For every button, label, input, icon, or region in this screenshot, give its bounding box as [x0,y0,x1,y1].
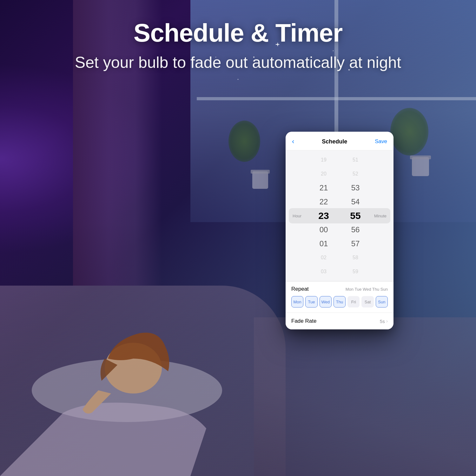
day-sat[interactable]: Sat [361,296,374,307]
fade-rate-label: Fade Rate [291,318,316,324]
header-section: Schedule & Timer Set your bulb to fade o… [0,19,476,72]
save-button[interactable]: Save [375,138,387,145]
repeat-header: Repeat Mon Tue Wed Thu Sun [291,286,388,292]
day-mon[interactable]: Mon [291,296,303,307]
hour-00: 00 [308,225,340,234]
pot-left [248,159,273,190]
time-row-20: 20 52 [286,167,393,181]
plant-left [228,121,260,162]
hour-03: 03 [308,269,340,274]
schedule-card: ‹ Schedule Save 19 51 20 52 21 53 22 [286,132,393,329]
svg-rect-3 [251,170,270,174]
minute-far1: 51 [340,157,371,163]
time-row-far1: 19 51 [286,153,393,167]
fade-rate-section[interactable]: Fade Rate 5s › [286,313,393,329]
minute-55: 55 [340,210,371,221]
page-title: Schedule & Timer [0,19,476,47]
time-row-00: 00 56 [286,223,393,237]
day-fri[interactable]: Fri [347,296,360,307]
sleeping-child-illustration [0,175,286,476]
time-row-01: 01 57 [286,237,393,251]
repeat-section: Repeat Mon Tue Wed Thu Sun Mon Tue Wed T… [286,281,393,313]
day-tue[interactable]: Tue [305,296,317,307]
repeat-days-text: Mon Tue Wed Thu Sun [346,287,388,292]
minute-52: 52 [340,171,371,177]
svg-rect-4 [412,157,429,176]
repeat-label: Repeat [291,286,309,292]
card-header: ‹ Schedule Save [286,132,393,150]
days-row: Mon Tue Wed Thu Fri Sat Sun [291,296,388,307]
minute-56: 56 [340,225,371,234]
minute-57: 57 [340,239,371,248]
time-rows-container: 19 51 20 52 21 53 22 54 Hour [286,153,393,279]
pot-right [406,143,435,178]
hour-01: 01 [308,239,340,248]
blanket-right [254,317,476,476]
hour-22: 22 [308,197,340,206]
fade-rate-number: 5s [380,319,385,324]
chevron-right-icon: › [386,318,388,324]
time-row-03: 03 59 [286,265,393,279]
hour-label: Hour [293,214,301,218]
day-sun[interactable]: Sun [376,296,388,307]
page-subtitle: Set your bulb to fade out automatically … [0,53,476,72]
fade-rate-value: 5s › [380,318,388,324]
minute-label: Minute [374,214,387,218]
minute-53: 53 [340,183,371,192]
svg-rect-2 [252,171,268,189]
card-title: Schedule [322,138,347,145]
hour-23: 23 [308,210,340,221]
minute-58: 58 [340,255,371,261]
back-button[interactable]: ‹ [292,137,294,146]
minute-59: 59 [340,269,371,274]
time-row-selected: Hour 23 55 Minute [286,209,393,223]
day-thu[interactable]: Thu [334,296,346,307]
time-row-02: 02 58 [286,251,393,265]
hour-20: 20 [308,171,340,177]
day-wed[interactable]: Wed [320,296,332,307]
time-row-22: 22 54 [286,195,393,209]
minute-54: 54 [340,197,371,206]
time-picker[interactable]: 19 51 20 52 21 53 22 54 Hour [286,150,393,281]
hour-21: 21 [308,183,340,192]
hour-02: 02 [308,255,340,261]
time-row-21: 21 53 [286,181,393,195]
hour-far1: 19 [308,157,340,163]
svg-rect-5 [410,155,431,159]
selected-row-wrapper: Hour 23 55 Minute [286,209,393,223]
